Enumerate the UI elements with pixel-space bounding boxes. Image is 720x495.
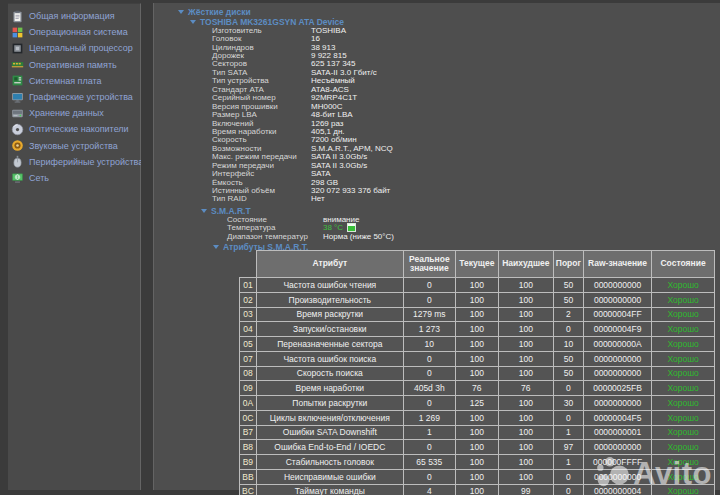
table-row[interactable]: 05Переназначенные сектора101001001000000… (240, 337, 715, 352)
sidebar-item-optical[interactable]: Оптические накопители (8, 121, 140, 137)
attribute-name-cell: Частота ошибок поиска (256, 351, 403, 366)
attribute-id-cell: 0C (240, 410, 257, 425)
table-row[interactable]: 0CЦиклы включения/отключения1 2691001000… (240, 410, 715, 425)
sidebar-item-general-info[interactable]: Общая информация (8, 8, 140, 24)
raw-value-cell: 0000000000 (584, 278, 652, 293)
worst-value-cell: 100 (498, 307, 553, 322)
table-header-row: АтрибутРеальное значениеТекущееНаихудшее… (240, 251, 715, 278)
sidebar-item-label: Операционная система (29, 27, 128, 37)
smart-attributes-table: АтрибутРеальное значениеТекущееНаихудшее… (239, 250, 715, 495)
sidebar-item-peripherals[interactable]: Периферийные устройства (8, 154, 140, 170)
status-cell: Хорошо (652, 484, 715, 495)
table-row[interactable]: B7Ошибки SATA Downshift11001001000000000… (240, 425, 715, 440)
collapse-arrow-icon (201, 209, 207, 213)
attribute-id-cell: 02 (240, 292, 257, 307)
raw-value-cell: 0000000000 (584, 366, 652, 381)
raw-value-cell: 00000025FB (584, 381, 652, 396)
threshold-cell: 30 (553, 396, 583, 411)
current-value-cell: 100 (455, 440, 498, 455)
real-value-cell: 0 (403, 396, 455, 411)
sidebar-item-label: Графические устройства (29, 92, 133, 102)
table-row[interactable]: 0AПопытки раскрутки0125100300000000000Хо… (240, 396, 715, 411)
smart-properties-list: СостояниевниманиеТемпература38 °CДиапазо… (154, 215, 714, 241)
sidebar-item-graphics[interactable]: Графические устройства (8, 89, 140, 105)
table-header-cell: Реальное значение (403, 251, 455, 278)
clipboard-icon (11, 10, 24, 23)
sidebar-item-storage[interactable]: Хранение данных (8, 105, 140, 121)
threshold-cell: 2 (553, 307, 583, 322)
real-value-cell: 1 269 (403, 410, 455, 425)
status-cell: Хорошо (652, 366, 715, 381)
sidebar-item-ram[interactable]: Оперативная память (8, 57, 140, 73)
attribute-name-cell: Попытки раскрутки (256, 396, 403, 411)
real-value-cell: 10 (403, 337, 455, 352)
tree-node-hard-disks[interactable]: Жёсткие диски (178, 7, 251, 17)
motherboard-icon (11, 74, 24, 87)
current-value-cell: 100 (455, 425, 498, 440)
table-row[interactable]: 08Скорость поиска0100100500000000000Хоро… (240, 366, 715, 381)
property-value: Нет (311, 194, 325, 203)
sidebar-item-os[interactable]: Операционная система (8, 24, 140, 40)
attribute-id-cell: 01 (240, 278, 257, 293)
sidebar-item-motherboard[interactable]: Системная плата (8, 73, 140, 89)
worst-value-cell: 76 (498, 381, 553, 396)
sidebar-item-label: Общая информация (29, 11, 115, 21)
status-cell: Хорошо (652, 410, 715, 425)
attribute-name-cell: Ошибка End-to-End / IOEDC (256, 440, 403, 455)
raw-value-cell: 000000000A (584, 337, 652, 352)
table-row[interactable]: 02Производительность0100100500000000000Х… (240, 292, 715, 307)
current-value-cell: 125 (455, 396, 498, 411)
threshold-cell: 0 (553, 381, 583, 396)
attribute-name-cell: Таймаут команды (256, 484, 403, 495)
real-value-cell: 405d 3h (403, 381, 455, 396)
current-value-cell: 100 (455, 351, 498, 366)
threshold-cell: 1 (553, 425, 583, 440)
attribute-name-cell: Производительность (256, 292, 403, 307)
sidebar-items: Общая информацияОперационная системаЦент… (8, 8, 140, 186)
network-icon (11, 171, 24, 184)
table-row[interactable]: 01Частота ошибок чтения01001005000000000… (240, 278, 715, 293)
real-value-cell: 0 (403, 351, 455, 366)
table-row[interactable]: B8Ошибка End-to-End / IOEDC0100100970000… (240, 440, 715, 455)
table-row[interactable]: BCТаймаут команды41009900000000004Хорошо (240, 484, 715, 495)
threshold-cell: 10 (553, 337, 583, 352)
monitor-icon (11, 91, 24, 104)
attribute-id-cell: B9 (240, 455, 257, 470)
real-value-cell: 0 (403, 292, 455, 307)
sidebar-item-cpu[interactable]: Центральный процессор (8, 40, 140, 56)
table-row[interactable]: 04Запуски/остановки1 273100100000000004F… (240, 322, 715, 337)
table-header-cell: Состояние (652, 251, 715, 278)
sidebar-item-label: Оптические накопители (29, 124, 129, 134)
collapse-arrow-icon (190, 20, 196, 24)
status-cell: Хорошо (652, 351, 715, 366)
hardware-info-window: { "sidebar": { "items": [ { "key": "gene… (0, 0, 720, 495)
attribute-name-cell: Неисправимые ошибки (256, 469, 403, 484)
raw-value-cell: 000000FFFF (584, 455, 652, 470)
threshold-cell: 0 (553, 410, 583, 425)
raw-value-cell: 0000000001 (584, 425, 652, 440)
attribute-name-cell: Частота ошибок чтения (256, 278, 403, 293)
panel-splitter[interactable] (141, 3, 153, 490)
sidebar-item-label: Сеть (29, 173, 49, 183)
worst-value-cell: 100 (498, 337, 553, 352)
worst-value-cell: 99 (498, 484, 553, 495)
table-row[interactable]: 09Время наработки405d 3h7676000000025FBХ… (240, 381, 715, 396)
raw-value-cell: 0000000000 (584, 396, 652, 411)
current-value-cell: 100 (455, 484, 498, 495)
sidebar-item-label: Хранение данных (29, 108, 104, 118)
table-row[interactable]: B9Стабильность головок65 535100100100000… (240, 455, 715, 470)
table-row[interactable]: 03Время раскрутки1279 ms100100200000004F… (240, 307, 715, 322)
device-properties-list: ИзготовительTOSHIBAГоловок16Цилиндров38 … (154, 26, 714, 203)
threshold-cell: 97 (553, 440, 583, 455)
worst-value-cell: 100 (498, 366, 553, 381)
sidebar-item-audio[interactable]: Звуковые устройства (8, 138, 140, 154)
sidebar-item-label: Системная плата (29, 76, 102, 86)
table-row[interactable]: 07Частота ошибок поиска01001005000000000… (240, 351, 715, 366)
table-row[interactable]: BBНеисправимые ошибки010010000000000000Х… (240, 469, 715, 484)
property-label: Диапазон температур (227, 232, 323, 241)
sidebar-item-network[interactable]: Сеть (8, 170, 140, 186)
table-header-cell: Raw-значение (584, 251, 652, 278)
worst-value-cell: 100 (498, 425, 553, 440)
threshold-cell: 50 (553, 366, 583, 381)
real-value-cell: 0 (403, 366, 455, 381)
